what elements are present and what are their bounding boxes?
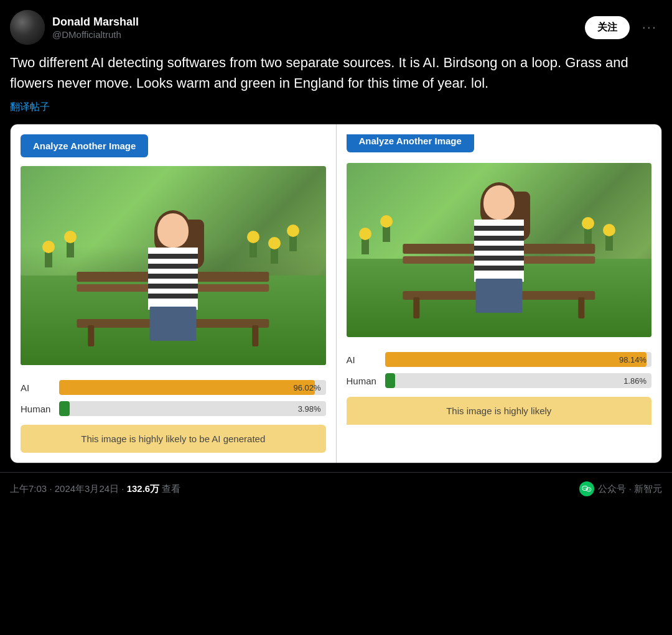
svg-point-6 (27, 20, 30, 22)
flower-decoration (289, 229, 297, 251)
tweet-views-count: 132.6万 (127, 483, 160, 494)
bench-leg-right-r (578, 297, 584, 318)
person-silhouette-right (459, 185, 539, 310)
tweet-time: 上午7:03 (10, 483, 47, 494)
ai-label-left: AI (21, 382, 53, 393)
svg-marker-4 (25, 17, 30, 21)
svg-point-12 (589, 489, 590, 489)
svg-point-11 (587, 489, 588, 489)
analyze-btn-right[interactable]: Analyze Another Image (347, 134, 474, 152)
flower-decoration-r (584, 222, 592, 244)
footer-right: 公众号 · 新智元 (579, 481, 662, 496)
svg-point-3 (22, 17, 32, 28)
person-jeans-r (475, 279, 522, 313)
tweet-header-left: Donald Marshall @DMofficialtruth (10, 10, 139, 45)
tweet-footer: 上午7:03 · 2024年3月24日 · 132.6万 查看 公众号 · 新智… (0, 472, 672, 505)
tweet-header: Donald Marshall @DMofficialtruth 关注 ··· (10, 10, 662, 45)
stripe-r (474, 256, 524, 261)
bench-leg-left (88, 325, 94, 346)
human-bar-fill-left (59, 401, 70, 416)
stripe (148, 294, 198, 299)
footer-source: 公众号 · 新智元 (598, 483, 662, 495)
svg-point-0 (10, 10, 45, 45)
bench-leg-right (253, 325, 259, 346)
person-image-left (21, 166, 326, 365)
svg-point-5 (25, 20, 27, 22)
right-panel: Analyze Another Image (337, 124, 662, 463)
ai-label-right: AI (347, 355, 379, 365)
stripe-r (474, 236, 524, 241)
analyze-btn-left[interactable]: Analyze Another Image (21, 134, 148, 157)
flower-decoration-r (605, 229, 613, 251)
human-bar-track-right: 1.86% (385, 373, 652, 388)
tweet-views-label: 查看 (162, 483, 180, 494)
stripe (148, 284, 198, 289)
footer-left: 上午7:03 · 2024年3月24日 · 132.6万 查看 (10, 483, 180, 495)
tweet-date: 2024年3月24日 (55, 483, 119, 494)
human-label-right: Human (347, 376, 379, 386)
flower-decoration (250, 236, 257, 257)
human-label-left: Human (21, 404, 53, 414)
svg-point-1 (16, 20, 39, 37)
user-name: Donald Marshall (52, 15, 139, 29)
follow-button[interactable]: 关注 (585, 16, 630, 39)
ai-bar-fill-left (59, 380, 315, 395)
person-image-right (347, 163, 652, 337)
person-head (157, 213, 189, 248)
flower-decoration-r (362, 233, 369, 254)
stripe (148, 264, 198, 269)
avatar-image (10, 10, 45, 45)
left-panel: Analyze Another Image (11, 124, 337, 463)
ai-pct-left: 96.02% (293, 383, 320, 392)
stripe (148, 254, 198, 259)
footer-dot1: · (49, 483, 54, 494)
person-head-r (483, 185, 515, 220)
stripe (148, 274, 198, 279)
person-body-r (474, 220, 524, 282)
human-bar-row-left: Human 3.98% (21, 401, 326, 416)
flower-decoration (271, 242, 278, 264)
flower-decoration (67, 236, 74, 257)
bench-leg-left-r (413, 297, 419, 318)
translate-link[interactable]: 翻译帖子 (10, 101, 662, 114)
images-row: Analyze Another Image (10, 124, 662, 463)
human-bar-row-right: Human 1.86% (347, 373, 652, 388)
detection-bars-right: AI 98.14% Human 1.86% (347, 352, 652, 388)
verdict-box-right: This image is highly likely (347, 397, 652, 425)
footer-dot2: · (121, 483, 126, 494)
tweet-header-right: 关注 ··· (585, 16, 662, 39)
more-button[interactable]: ··· (637, 17, 662, 38)
human-bar-fill-right (385, 373, 395, 388)
ai-bar-track-right: 98.14% (385, 352, 652, 367)
user-handle: @DMofficialtruth (52, 29, 139, 40)
detection-bars-left: AI 96.02% Human 3.98% (21, 380, 326, 416)
flower-decoration-r (383, 220, 390, 242)
human-pct-left: 3.98% (298, 404, 321, 414)
wechat-icon (579, 481, 594, 496)
svg-point-2 (21, 17, 34, 30)
avatar[interactable] (10, 10, 45, 45)
ai-bar-fill-right (385, 352, 647, 367)
person-jeans (150, 307, 197, 341)
human-bar-track-left: 3.98% (59, 401, 326, 416)
user-info: Donald Marshall @DMofficialtruth (52, 15, 139, 40)
verdict-box-left: This image is highly likely to be AI gen… (21, 425, 326, 453)
flower-decoration (45, 246, 52, 267)
person-silhouette (133, 213, 213, 338)
analyze-btn-right-wrapper: Analyze Another Image (347, 134, 652, 154)
stripe-r (474, 266, 524, 271)
ai-bar-row-right: AI 98.14% (347, 352, 652, 367)
stripe-r (474, 226, 524, 231)
stripe-r (474, 246, 524, 251)
ai-bar-row-left: AI 96.02% (21, 380, 326, 395)
ai-pct-right: 98.14% (619, 355, 646, 364)
human-pct-right: 1.86% (623, 376, 646, 386)
ai-bar-track-left: 96.02% (59, 380, 326, 395)
tweet-container: Donald Marshall @DMofficialtruth 关注 ··· … (0, 0, 672, 463)
svg-point-8 (584, 488, 585, 489)
tweet-body: Two different AI detecting softwares fro… (10, 52, 662, 93)
person-body (148, 248, 198, 310)
